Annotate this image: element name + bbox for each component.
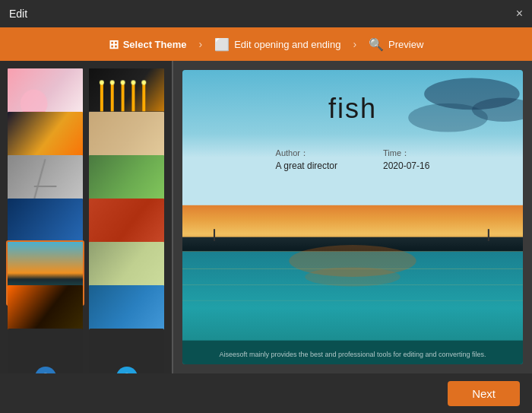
author-label: Author： <box>276 148 337 159</box>
select-theme-icon: ⊞ <box>109 37 119 52</box>
preview-footer: Aiseesoft mainly provides the best and p… <box>182 351 523 358</box>
preview-card: fish Author： A great director Time： 2020… <box>182 70 523 364</box>
select-theme-label: Select Theme <box>123 39 187 50</box>
thumbnail-item-13[interactable]: ⬇ <box>6 327 84 373</box>
nav-bar: ⊞ Select Theme › ⬜ Edit opening and endi… <box>0 27 532 61</box>
preview-title: fish <box>328 93 377 125</box>
preview-meta: Author： A great director Time： 2020-07-1… <box>276 148 430 171</box>
time-label: Time： <box>383 148 429 159</box>
preview-label: Preview <box>388 39 423 50</box>
edit-opening-label: Edit opening and ending <box>234 39 340 50</box>
edit-opening-icon: ⬜ <box>214 37 230 52</box>
theme-thumbnail-list: ⬇ ⬇ <box>0 61 173 373</box>
main-content: ⬇ ⬇ <box>0 61 532 373</box>
nav-step-preview[interactable]: 🔍 Preview <box>363 37 429 52</box>
next-button[interactable]: Next <box>448 381 520 406</box>
thumbnail-item-14[interactable]: ⬇ <box>87 327 166 373</box>
nav-chevron-1: › <box>199 38 203 50</box>
author-value: A great director <box>276 160 337 171</box>
title-bar: Edit × <box>0 0 532 27</box>
nav-step-select-theme[interactable]: ⊞ Select Theme <box>103 37 193 52</box>
nav-step-edit-opening[interactable]: ⬜ Edit opening and ending <box>208 37 347 52</box>
preview-time: Time： 2020-07-16 <box>383 148 429 171</box>
preview-author: Author： A great director <box>276 148 337 171</box>
nav-chevron-2: › <box>353 38 356 50</box>
bottom-bar: Next <box>0 373 532 413</box>
dialog-title: Edit <box>9 8 27 20</box>
preview-content: fish Author： A great director Time： 2020… <box>182 70 523 364</box>
time-value: 2020-07-16 <box>383 160 429 171</box>
preview-panel: fish Author： A great director Time： 2020… <box>173 61 532 373</box>
preview-icon: 🔍 <box>369 37 384 52</box>
close-button[interactable]: × <box>516 8 523 20</box>
